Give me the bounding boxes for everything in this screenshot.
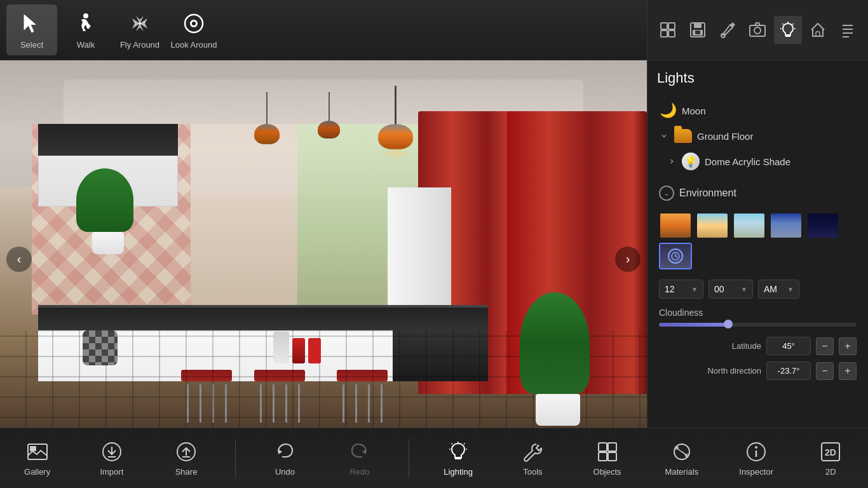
hour-value: 12 <box>665 284 675 294</box>
svg-rect-43 <box>608 443 616 451</box>
svg-rect-8 <box>668 30 675 37</box>
tod-morning[interactable] <box>696 212 729 239</box>
tod-dawn[interactable] <box>659 212 692 239</box>
svg-rect-42 <box>599 443 607 451</box>
fly-around-tool[interactable]: Fly Around <box>114 4 165 55</box>
panel-objects-icon[interactable] <box>654 16 682 44</box>
expand-arrow-ground-floor[interactable] <box>659 131 669 141</box>
svg-rect-10 <box>694 23 702 28</box>
ampm-value: AM <box>764 284 777 294</box>
svg-text:2D: 2D <box>825 447 836 458</box>
light-tree: 🌙 Moon Ground Floor <box>654 98 862 174</box>
walk-tool[interactable]: Walk <box>60 4 111 55</box>
cloudiness-slider[interactable] <box>659 323 857 327</box>
lights-title: Lights <box>654 70 862 86</box>
latitude-label: Latitude <box>659 341 761 351</box>
tree-item-moon[interactable]: 🌙 Moon <box>654 98 862 123</box>
panel-home-icon[interactable] <box>804 16 832 44</box>
select-tool[interactable]: Select <box>6 4 57 55</box>
north-decrease-btn[interactable]: − <box>816 362 834 380</box>
hour-select[interactable]: 12 ▼ <box>659 280 703 299</box>
redo-label: Redo <box>349 467 369 477</box>
svg-line-29 <box>675 256 677 257</box>
svg-line-41 <box>452 443 453 444</box>
undo-label: Undo <box>275 467 295 477</box>
nav-left-arrow[interactable]: ‹ <box>6 247 32 272</box>
ampm-select[interactable]: AM ▼ <box>758 280 799 299</box>
svg-rect-31 <box>30 446 36 451</box>
divider-2 <box>409 439 409 477</box>
svg-point-0 <box>83 13 88 18</box>
moon-label: Moon <box>682 105 706 116</box>
north-increase-btn[interactable]: + <box>839 362 857 380</box>
lights-panel: Lights 🌙 Moon Ground Floor <box>648 60 868 488</box>
bottom-toolbar: Gallery Import Share Undo Redo <box>0 428 868 488</box>
right-panel-toolbar <box>648 0 868 60</box>
env-chevron-icon: ⌄ <box>659 186 674 201</box>
redo-btn[interactable]: Redo <box>334 433 385 484</box>
tools-btn[interactable]: Tools <box>507 433 558 484</box>
ground-floor-label: Ground Floor <box>697 131 753 142</box>
undo-btn[interactable]: Undo <box>259 433 310 484</box>
materials-label: Materials <box>665 467 698 477</box>
svg-point-47 <box>675 446 679 450</box>
tree-item-ground-floor[interactable]: Ground Floor <box>654 123 862 149</box>
panel-save-icon[interactable] <box>684 16 712 44</box>
latitude-increase-btn[interactable]: + <box>839 337 857 355</box>
svg-point-15 <box>754 27 761 34</box>
cloudiness-thumb[interactable] <box>724 320 733 329</box>
north-direction-row: North direction -23.7° − + <box>659 362 857 380</box>
cloudiness-label: Cloudiness <box>659 308 857 318</box>
tod-evening[interactable] <box>770 212 803 239</box>
svg-line-20 <box>792 24 794 25</box>
latitude-decrease-btn[interactable]: − <box>816 337 834 355</box>
svg-point-51 <box>755 446 757 449</box>
hour-arrow: ▼ <box>691 286 698 293</box>
svg-point-48 <box>685 454 689 458</box>
tod-custom[interactable] <box>659 243 692 269</box>
north-direction-label: North direction <box>659 366 761 376</box>
coord-section: Latitude 45° − + North direction -23.7° … <box>654 332 862 391</box>
share-btn[interactable]: Share <box>161 433 212 484</box>
svg-rect-12 <box>695 30 700 34</box>
environment-header[interactable]: ⌄ Environment <box>654 180 862 206</box>
svg-line-21 <box>782 24 783 25</box>
lighting-label: Lighting <box>444 467 473 477</box>
walk-label: Walk <box>77 40 95 50</box>
import-btn[interactable]: Import <box>86 433 137 484</box>
tod-night[interactable] <box>806 212 839 239</box>
svg-rect-5 <box>661 23 667 29</box>
panel-camera-icon[interactable] <box>743 16 771 44</box>
look-around-tool[interactable]: Look Around <box>168 4 219 55</box>
svg-rect-22 <box>816 32 820 36</box>
cloudiness-section: Cloudiness <box>654 302 862 332</box>
svg-line-40 <box>464 443 465 444</box>
fly-around-label: Fly Around <box>120 40 159 50</box>
tree-item-dome-shade[interactable]: 💡 Dome Acrylic Shade <box>654 149 862 174</box>
expand-arrow-dome[interactable] <box>667 156 677 166</box>
objects-btn[interactable]: Objects <box>582 433 633 484</box>
minute-value: 00 <box>714 284 724 294</box>
minute-select[interactable]: 00 ▼ <box>709 280 753 299</box>
select-label: Select <box>20 40 43 50</box>
materials-btn[interactable]: Materials <box>656 433 707 484</box>
share-label: Share <box>175 467 198 477</box>
ampm-arrow: ▼ <box>787 286 794 293</box>
import-label: Import <box>100 467 123 477</box>
time-controls: 12 ▼ 00 ▼ AM ▼ <box>654 276 862 302</box>
folder-icon-ground-floor <box>674 127 692 145</box>
panel-list-icon[interactable] <box>834 16 862 44</box>
environment-section: ⌄ Environment <box>654 180 862 391</box>
top-toolbar: Select Walk Fly Around Look Around <box>0 0 647 60</box>
panel-paint-icon[interactable] <box>714 16 742 44</box>
tod-noon[interactable] <box>733 212 766 239</box>
main-viewport[interactable]: ‹ › <box>0 60 647 458</box>
panel-light-icon[interactable] <box>774 16 802 44</box>
gallery-btn[interactable]: Gallery <box>12 433 63 484</box>
tod-grid <box>654 206 862 276</box>
lighting-btn[interactable]: Lighting <box>433 433 484 484</box>
nav-right-arrow[interactable]: › <box>615 247 641 272</box>
2d-btn[interactable]: 2D 2D <box>805 433 856 484</box>
inspector-label: Inspector <box>739 467 773 477</box>
inspector-btn[interactable]: Inspector <box>731 433 782 484</box>
